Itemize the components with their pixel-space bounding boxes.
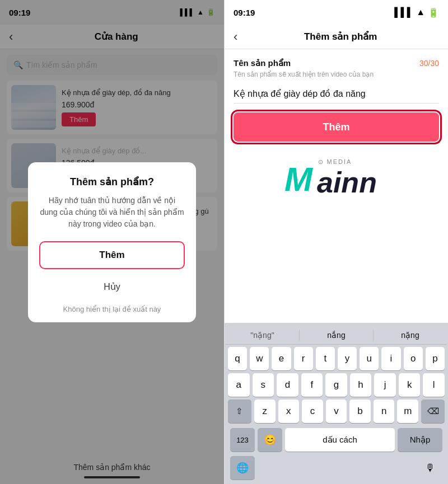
key-w[interactable]: w bbox=[250, 347, 269, 370]
keyboard-row-1: q w e r t y u i o p bbox=[226, 347, 447, 370]
key-t[interactable]: t bbox=[316, 347, 335, 370]
right-back-button[interactable]: ‹ bbox=[234, 30, 237, 44]
key-m[interactable]: m bbox=[397, 400, 418, 423]
key-n[interactable]: n bbox=[374, 400, 395, 423]
right-status-bar: 09:19 ▌▌▌ ▲ 🔋 bbox=[225, 0, 448, 25]
key-p[interactable]: p bbox=[426, 347, 445, 370]
modal-title: Thêm sản phẩm? bbox=[39, 176, 185, 188]
right-nav-bar: ‹ Thêm sản phẩm bbox=[225, 25, 448, 49]
right-status-icons: ▌▌▌ ▲ 🔋 bbox=[394, 7, 439, 18]
keyboard-row-3: ⇧ z x c v b n m ⌫ bbox=[226, 400, 447, 423]
field-counter: 30/30 bbox=[419, 59, 439, 68]
key-a[interactable]: a bbox=[228, 373, 250, 397]
key-z[interactable]: z bbox=[254, 400, 276, 423]
enter-key[interactable]: Nhập bbox=[398, 428, 442, 452]
key-g[interactable]: g bbox=[325, 373, 347, 397]
key-u[interactable]: u bbox=[360, 347, 379, 370]
product-name-input[interactable] bbox=[234, 84, 439, 104]
key-d[interactable]: d bbox=[277, 373, 298, 397]
key-l[interactable]: l bbox=[423, 373, 445, 397]
key-r[interactable]: r bbox=[294, 347, 313, 370]
key-k[interactable]: k bbox=[399, 373, 421, 397]
field-label: Tên sản phẩm bbox=[234, 58, 291, 68]
right-add-button[interactable]: Thêm bbox=[234, 112, 439, 142]
key-b[interactable]: b bbox=[349, 400, 371, 423]
key-v[interactable]: v bbox=[326, 400, 347, 423]
modal-cancel-button[interactable]: Hủy bbox=[39, 276, 185, 298]
key-e[interactable]: e bbox=[272, 347, 291, 370]
keyboard-extra-row: 🌐 🎙 bbox=[226, 455, 447, 482]
right-content: Tên sản phẩm 30/30 Tên sản phẩm sẽ xuất … bbox=[225, 49, 448, 323]
key-y[interactable]: y bbox=[338, 347, 357, 370]
brand-ainn-icon: ainn bbox=[317, 166, 390, 196]
modal-overlay: Thêm sản phẩm? Hãy nhớ tuân thủ hướng dẫ… bbox=[0, 0, 224, 484]
modal-no-show-link[interactable]: Không hiển thị lại đề xuất này bbox=[39, 305, 185, 313]
right-panel: 09:19 ▌▌▌ ▲ 🔋 ‹ Thêm sản phẩm Tên sản ph… bbox=[224, 0, 448, 484]
key-h[interactable]: h bbox=[350, 373, 372, 397]
num-key[interactable]: 123 bbox=[230, 428, 255, 452]
brand-media-label: ⊙ MEDIA bbox=[318, 158, 352, 166]
right-nav-title: Thêm sản phẩm bbox=[242, 31, 439, 43]
keyboard-row-2: a s d f g h j k l bbox=[226, 373, 447, 397]
keyboard-bottom-row: 123 😊 dấu cách Nhập bbox=[226, 426, 447, 455]
keyboard-suggestions: "nặng" nắng nặng bbox=[226, 326, 447, 345]
key-i[interactable]: i bbox=[381, 347, 400, 370]
brand-m-icon: M bbox=[283, 161, 317, 194]
key-s[interactable]: s bbox=[253, 373, 274, 397]
right-time: 09:19 bbox=[234, 8, 255, 17]
key-x[interactable]: x bbox=[278, 400, 300, 423]
brand-logo: M ⊙ MEDIA ainn bbox=[234, 153, 439, 205]
key-c[interactable]: c bbox=[302, 400, 323, 423]
svg-text:M: M bbox=[284, 161, 314, 194]
globe-key[interactable]: 🌐 bbox=[230, 456, 255, 480]
modal-add-button[interactable]: Thêm bbox=[39, 241, 185, 269]
key-f[interactable]: f bbox=[301, 373, 323, 397]
field-header: Tên sản phẩm 30/30 bbox=[234, 58, 439, 68]
emoji-key[interactable]: 😊 bbox=[258, 428, 282, 452]
key-q[interactable]: q bbox=[228, 347, 247, 370]
suggestion-1[interactable]: "nặng" bbox=[226, 330, 300, 341]
delete-key[interactable]: ⌫ bbox=[421, 400, 445, 423]
key-j[interactable]: j bbox=[374, 373, 396, 397]
field-hint: Tên sản phẩm sẽ xuất hiện trên video của… bbox=[234, 71, 439, 78]
suggestion-3[interactable]: nặng bbox=[374, 330, 447, 341]
mic-key[interactable]: 🎙 bbox=[418, 456, 442, 480]
left-panel: 09:19 ▌▌▌ ▲ 🔋 ‹ Cửa hàng 🔍 Tìm kiếm sản … bbox=[0, 0, 224, 484]
suggestion-2[interactable]: nắng bbox=[300, 330, 374, 341]
space-key[interactable]: dấu cách bbox=[285, 428, 395, 452]
key-o[interactable]: o bbox=[404, 347, 423, 370]
keyboard: "nặng" nắng nặng q w e r t y u i o p a s… bbox=[225, 323, 448, 484]
modal-dialog: Thêm sản phẩm? Hãy nhớ tuân thủ hướng dẫ… bbox=[28, 162, 196, 322]
shift-key[interactable]: ⇧ bbox=[228, 400, 251, 423]
svg-text:ainn: ainn bbox=[317, 166, 377, 196]
modal-description: Hãy nhớ tuân thủ hướng dẫn về nội dung c… bbox=[39, 195, 185, 230]
